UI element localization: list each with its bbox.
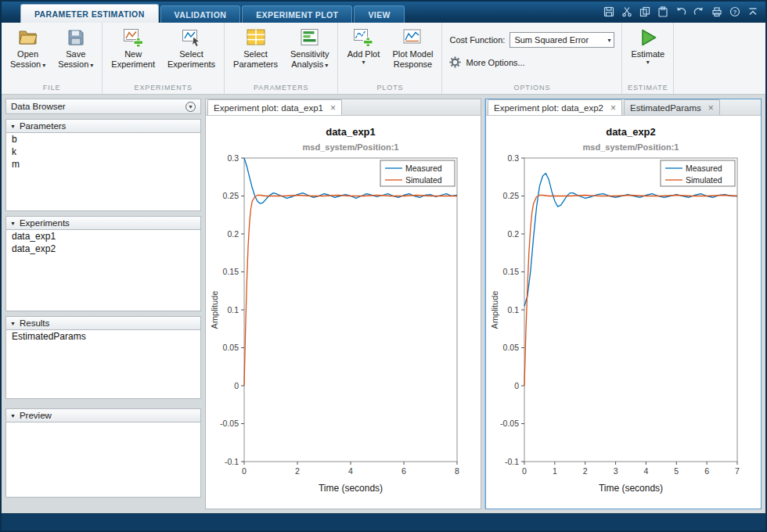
chart-data_exp2: -0.1-0.0500.050.10.150.20.250.301234567d… xyxy=(487,116,761,507)
save-icon[interactable] xyxy=(603,5,614,17)
minimize-ribbon-icon[interactable] xyxy=(747,5,759,18)
chevron-down-icon: ▾ xyxy=(325,62,328,69)
add-plot-button[interactable]: Add Plot▾ xyxy=(345,25,381,66)
document-tab-estimatedparams[interactable]: EstimatedParams× xyxy=(624,99,720,115)
chart-data_exp1: -0.1-0.0500.050.10.150.20.250.302468data… xyxy=(207,116,481,507)
svg-text:0: 0 xyxy=(514,381,519,390)
ribbon-group-parameters: SelectParametersSensitivityAnalysis▾PARA… xyxy=(225,23,338,94)
ribbon-group-experiments: NewExperimentSelectExperimentsEXPERIMENT… xyxy=(103,23,225,94)
cost-function-value: Sum Squared Error xyxy=(514,35,589,45)
svg-text:Measured: Measured xyxy=(686,164,722,173)
svg-text:Amplitude: Amplitude xyxy=(210,291,219,329)
cost-function-select[interactable]: Sum Squared Error▾ xyxy=(510,32,614,48)
close-icon[interactable]: × xyxy=(708,104,714,112)
list-item-k[interactable]: k xyxy=(6,146,200,158)
title-bar: PARAMETER ESTIMATIONVALIDATIONEXPERIMENT… xyxy=(2,2,765,23)
select-parameters-button[interactable]: SelectParameters xyxy=(232,25,279,70)
save-session-button[interactable]: SaveSession▾ xyxy=(56,25,95,70)
ribbon-group-label-options: OPTIONS xyxy=(442,82,621,94)
main-area: Data Browser ▾ ▼Parametersbkm▼Experiment… xyxy=(2,95,765,513)
svg-text:0.05: 0.05 xyxy=(222,343,239,352)
chevron-down-icon: ▾ xyxy=(362,59,365,66)
svg-text:6: 6 xyxy=(704,466,709,476)
undo-icon[interactable] xyxy=(675,5,686,17)
plot-model-response-label: Plot Model xyxy=(392,49,433,59)
ribbon-group-plots: Add Plot▾Plot ModelResponsePLOTS xyxy=(338,23,442,94)
ribbon-tab-experiment-plot[interactable]: EXPERIMENT PLOT xyxy=(242,5,352,23)
data-browser-sections: ▼Parametersbkm▼Experimentsdata_exp1data_… xyxy=(5,114,201,498)
ribbon-filler xyxy=(674,23,765,94)
chevron-down-icon: ▾ xyxy=(90,62,93,69)
close-icon[interactable]: × xyxy=(610,104,616,112)
estimate-button[interactable]: Estimate▾ xyxy=(629,25,666,66)
more-options-label: More Options... xyxy=(466,58,524,67)
list-item-data-exp2[interactable]: data_exp2 xyxy=(6,243,200,255)
section-results: ▼ResultsEstimatedParams xyxy=(5,316,201,399)
svg-text:Time (seconds): Time (seconds) xyxy=(318,483,382,494)
section-header-experiments[interactable]: ▼Experiments xyxy=(5,216,201,230)
print-icon[interactable] xyxy=(711,5,722,17)
paste-icon[interactable] xyxy=(657,5,668,17)
svg-text:Amplitude: Amplitude xyxy=(490,291,499,329)
document-tab-label: Experiment plot: data_exp2 xyxy=(494,103,603,113)
ribbon-tab-parameter-estimation[interactable]: PARAMETER ESTIMATION xyxy=(20,4,159,23)
ribbon-tab-view[interactable]: VIEW xyxy=(354,5,404,23)
ribbon-tab-validation[interactable]: VALIDATION xyxy=(160,5,241,23)
gear-icon xyxy=(449,56,461,68)
data-browser-menu-icon[interactable]: ▾ xyxy=(185,102,196,112)
app-window: PARAMETER ESTIMATIONVALIDATIONEXPERIMENT… xyxy=(0,0,767,532)
section-label-experiments: Experiments xyxy=(20,218,70,228)
ribbon-group-file: OpenSession▾SaveSession▾FILE xyxy=(2,23,103,94)
sensitivity-analysis-icon xyxy=(300,27,320,49)
select-experiments-button[interactable]: SelectExperiments xyxy=(166,25,217,70)
section-preview: ▼Preview xyxy=(5,408,201,498)
data-browser-header: Data Browser ▾ xyxy=(5,99,201,114)
document-tab-experiment-plot-data-exp1[interactable]: Experiment plot: data_exp1× xyxy=(207,99,342,115)
section-header-results[interactable]: ▼Results xyxy=(5,316,201,330)
svg-text:0.2: 0.2 xyxy=(507,229,519,239)
list-item-data-exp1[interactable]: data_exp1 xyxy=(6,230,200,243)
ribbon-group-label-estimate: ESTIMATE xyxy=(622,82,673,94)
plot-model-response-label: Response xyxy=(394,59,433,70)
list-item-estimatedparams[interactable]: EstimatedParams xyxy=(6,330,200,343)
plot-model-response-button[interactable]: Plot ModelResponse xyxy=(391,25,434,70)
add-plot-icon xyxy=(353,27,373,49)
svg-text:-0.05: -0.05 xyxy=(220,419,239,428)
select-experiments-label: Experiments xyxy=(167,59,215,70)
plot-panel-2: Experiment plot: data_exp2×EstimatedPara… xyxy=(485,99,762,509)
list-item-b[interactable]: b xyxy=(6,133,200,146)
svg-text:0.2: 0.2 xyxy=(227,229,239,239)
section-list-results: EstimatedParams xyxy=(5,330,201,399)
quick-access-toolbar: ? xyxy=(603,5,740,17)
new-experiment-icon xyxy=(123,27,143,49)
svg-text:0.25: 0.25 xyxy=(502,191,519,200)
more-options-button[interactable]: More Options... xyxy=(449,56,614,68)
svg-text:4: 4 xyxy=(348,466,353,476)
svg-text:2: 2 xyxy=(582,466,587,476)
cut-icon[interactable] xyxy=(621,5,632,17)
close-icon[interactable]: × xyxy=(330,104,336,112)
select-experiments-label: Select xyxy=(179,49,203,59)
section-header-parameters[interactable]: ▼Parameters xyxy=(5,119,201,133)
copy-icon[interactable] xyxy=(639,5,650,17)
collapse-triangle-icon: ▼ xyxy=(10,124,16,129)
section-header-preview[interactable]: ▼Preview xyxy=(5,408,201,422)
select-parameters-label: Select xyxy=(243,49,268,59)
svg-text:0.3: 0.3 xyxy=(227,153,239,163)
section-label-results: Results xyxy=(20,318,49,328)
new-experiment-button[interactable]: NewExperiment xyxy=(110,25,157,70)
collapse-triangle-icon: ▼ xyxy=(10,321,16,326)
ribbon-tab-bar: PARAMETER ESTIMATIONVALIDATIONEXPERIMENT… xyxy=(20,4,405,23)
document-tab-experiment-plot-data-exp2[interactable]: Experiment plot: data_exp2× xyxy=(488,99,622,115)
svg-text:0.3: 0.3 xyxy=(507,153,519,163)
help-icon[interactable]: ? xyxy=(729,5,740,17)
list-item-m[interactable]: m xyxy=(6,158,200,171)
svg-text:Simulated: Simulated xyxy=(405,175,442,185)
run-icon xyxy=(639,27,657,49)
svg-text:0.25: 0.25 xyxy=(222,191,239,200)
redo-icon[interactable] xyxy=(693,5,704,17)
sensitivity-analysis-button[interactable]: SensitivityAnalysis▾ xyxy=(289,25,331,70)
select-experiments-icon xyxy=(182,27,202,49)
open-session-button[interactable]: OpenSession▾ xyxy=(9,25,47,70)
ribbon-group-label-file: FILE xyxy=(2,82,102,94)
